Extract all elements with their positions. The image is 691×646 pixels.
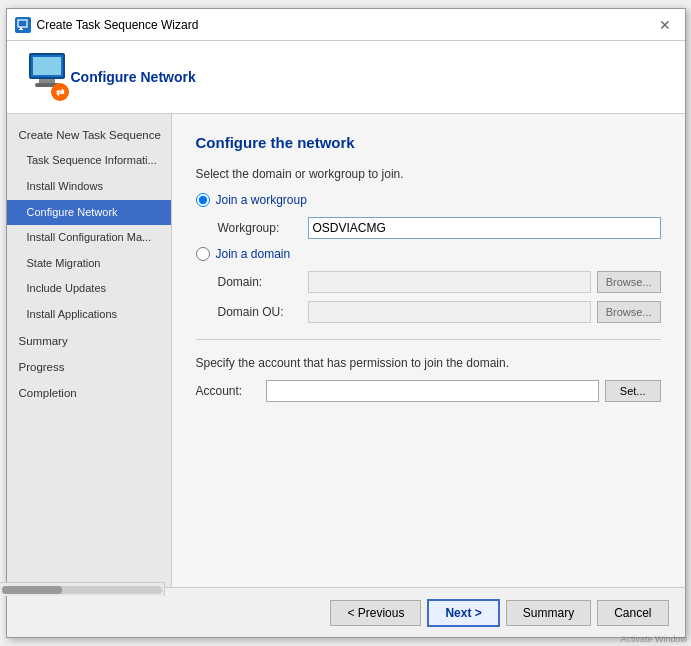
header-title: Configure Network [71,69,196,85]
sidebar-item-state-migration[interactable]: State Migration [7,251,171,277]
permission-label: Specify the account that has permission … [196,356,661,370]
browse-domain-button[interactable]: Browse... [597,271,661,293]
sidebar-item-summary-nav[interactable]: Summary [7,328,171,354]
join-domain-label[interactable]: Join a domain [216,247,291,261]
domain-ou-label: Domain OU: [218,305,308,319]
domain-label: Domain: [218,275,308,289]
workgroup-row: Workgroup: [196,217,661,239]
cancel-button[interactable]: Cancel [597,600,668,626]
wizard-window: Create Task Sequence Wizard ✕ ⇄ Configur… [6,8,686,638]
join-domain-row: Join a domain [196,247,661,261]
sidebar-item-install-config-mgr[interactable]: Install Configuration Ma... [7,225,171,251]
title-bar: Create Task Sequence Wizard ✕ [7,9,685,41]
join-workgroup-radio[interactable] [196,193,210,207]
main-panel: Configure the network Select the domain … [172,114,685,587]
sidebar: Create New Task SequenceTask Sequence In… [7,114,172,587]
page-title: Configure the network [196,134,661,151]
content-area: Create New Task SequenceTask Sequence In… [7,114,685,587]
summary-button[interactable]: Summary [506,600,591,626]
svg-rect-1 [20,27,22,29]
wizard-header: ⇄ Configure Network [7,41,685,114]
set-button[interactable]: Set... [605,380,661,402]
previous-button[interactable]: < Previous [330,600,421,626]
scrollbar-area [0,582,165,596]
join-workgroup-row: Join a workgroup [196,193,661,207]
account-input[interactable] [266,380,599,402]
join-domain-radio[interactable] [196,247,210,261]
sidebar-item-completion-nav[interactable]: Completion [7,380,171,406]
sidebar-item-configure-network[interactable]: Configure Network [7,200,171,226]
sidebar-item-install-applications[interactable]: Install Applications [7,302,171,328]
sidebar-item-include-updates[interactable]: Include Updates [7,276,171,302]
next-button[interactable]: Next > [427,599,499,627]
domain-ou-row: Domain OU: Browse... [196,301,661,323]
browse-ou-button[interactable]: Browse... [597,301,661,323]
window-title: Create Task Sequence Wizard [37,18,653,32]
sidebar-item-create-new[interactable]: Create New Task Sequence [7,122,171,148]
domain-ou-input[interactable] [308,301,591,323]
svg-rect-2 [19,29,23,30]
join-workgroup-label[interactable]: Join a workgroup [216,193,307,207]
window-icon [15,17,31,33]
sidebar-item-task-sequence-info[interactable]: Task Sequence Informati... [7,148,171,174]
header-icon: ⇄ [23,53,71,101]
scrollbar-thumb[interactable] [2,586,62,594]
workgroup-label: Workgroup: [218,221,308,235]
domain-input[interactable] [308,271,591,293]
close-button[interactable]: ✕ [653,13,677,37]
permission-section: Specify the account that has permission … [196,356,661,402]
sidebar-item-progress-nav[interactable]: Progress [7,354,171,380]
domain-row: Domain: Browse... [196,271,661,293]
watermark: Activate Window [620,634,687,644]
account-row: Account: Set... [196,380,661,402]
account-label: Account: [196,384,266,398]
svg-rect-0 [18,20,27,27]
divider [196,339,661,340]
sidebar-item-install-windows[interactable]: Install Windows [7,174,171,200]
select-domain-label: Select the domain or workgroup to join. [196,167,661,181]
scrollbar-track[interactable] [2,586,162,594]
workgroup-input[interactable] [308,217,661,239]
